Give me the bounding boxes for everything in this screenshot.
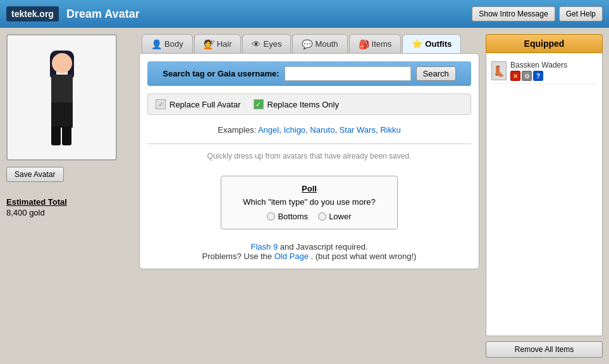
- hair-icon: 💇: [204, 39, 214, 49]
- tab-hair[interactable]: 💇 Hair: [194, 34, 242, 53]
- tab-mouth-label: Mouth: [315, 39, 338, 49]
- poll-option-lower-label: Lower: [329, 212, 351, 221]
- poll-options: Bottoms Lower: [234, 212, 384, 221]
- content-box: Search tag or Gaia username: Search ✓ Re…: [139, 53, 479, 269]
- poll-question: Which "item type" do you use more?: [234, 197, 384, 207]
- poll-box: Poll Which "item type" do you use more? …: [221, 176, 398, 229]
- search-bar: Search tag or Gaia username: Search: [147, 61, 471, 86]
- examples: Examples: Angel, Ichigo, Naruto, Star Wa…: [147, 121, 471, 138]
- example-naruto[interactable]: Naruto: [310, 125, 335, 135]
- header: tektek.org Dream Avatar Show Intro Messa…: [0, 0, 609, 28]
- search-button[interactable]: Search: [416, 66, 456, 81]
- outfits-icon: ⭐: [412, 39, 422, 49]
- footer-text: Flash 9 and Javascript required. Problem…: [147, 242, 471, 261]
- tab-body-label: Body: [164, 39, 183, 49]
- avatar-figure: [37, 47, 87, 148]
- replace-full-avatar-label: Replace Full Avatar: [169, 100, 241, 109]
- main-container: Save Avatar Estimated Total 8,400 gold 👤…: [0, 28, 609, 364]
- items-icon: 🎒: [359, 39, 369, 49]
- estimated-total-value: 8,400 gold: [6, 208, 133, 217]
- old-page-link[interactable]: Old Page: [274, 252, 309, 261]
- tab-bar: 👤 Body 💇 Hair 👁 Eyes 💬 Mouth 🎒 Items ⭐: [139, 34, 479, 53]
- tab-outfits[interactable]: ⭐ Outfits: [402, 34, 461, 53]
- replace-items-only-checkbox[interactable]: ✓: [254, 99, 264, 109]
- avatar-body: [51, 75, 73, 103]
- replace-items-only-option[interactable]: ✓ Replace Items Only: [254, 99, 339, 109]
- avatar-head: [52, 53, 72, 73]
- avatar-legs: [51, 126, 71, 145]
- get-help-button[interactable]: Get Help: [559, 6, 603, 21]
- replace-full-avatar-checkbox[interactable]: ✓: [156, 99, 166, 109]
- poll-option-bottoms[interactable]: Bottoms: [267, 212, 308, 221]
- examples-prefix: Examples:: [218, 125, 256, 135]
- search-input[interactable]: [285, 66, 411, 81]
- equipped-box: 👢 Bassken Waders ✕ ⚙ ?: [486, 53, 603, 336]
- footer-text4: . (but post what went wrong!): [311, 252, 417, 261]
- flash9-link[interactable]: Flash 9: [250, 242, 278, 252]
- tab-items[interactable]: 🎒 Items: [349, 34, 402, 53]
- example-ichigo[interactable]: Ichigo: [283, 125, 305, 135]
- item-name: Bassken Waders: [510, 61, 597, 70]
- header-buttons: Show Intro Message Get Help: [472, 6, 603, 21]
- avatar-pants: [51, 102, 73, 128]
- radio-bottoms[interactable]: [267, 212, 275, 221]
- equipped-item: 👢 Bassken Waders ✕ ⚙ ?: [491, 58, 597, 84]
- eyes-icon: 👁: [252, 39, 261, 49]
- body-icon: 👤: [151, 39, 162, 49]
- estimated-total-label: Estimated Total: [6, 197, 133, 207]
- tab-mouth[interactable]: 💬 Mouth: [292, 34, 347, 53]
- item-details: Bassken Waders ✕ ⚙ ?: [510, 61, 597, 81]
- show-intro-button[interactable]: Show Intro Message: [472, 6, 555, 21]
- footer-text2: and Javascript required.: [280, 242, 368, 252]
- page-title: Dream Avatar: [66, 8, 472, 21]
- remove-all-button[interactable]: Remove All Items: [486, 341, 603, 358]
- center-panel: 👤 Body 💇 Hair 👁 Eyes 💬 Mouth 🎒 Items ⭐: [139, 34, 479, 358]
- poll-option-lower[interactable]: Lower: [318, 212, 351, 221]
- item-icon: 👢: [491, 61, 507, 80]
- item-remove-button[interactable]: ✕: [510, 71, 520, 81]
- divider: [147, 143, 471, 144]
- tab-outfits-label: Outfits: [425, 39, 452, 49]
- example-angel[interactable]: Angel: [258, 125, 279, 135]
- equipped-header: Equipped: [486, 34, 603, 53]
- poll-title: Poll: [234, 184, 384, 193]
- search-label: Search tag or Gaia username:: [163, 69, 279, 78]
- poll-option-bottoms-label: Bottoms: [278, 212, 308, 221]
- options-row: ✓ Replace Full Avatar ✓ Replace Items On…: [147, 94, 471, 115]
- description: Quickly dress up from avatars that have …: [147, 149, 471, 163]
- replace-full-avatar-option[interactable]: ✓ Replace Full Avatar: [156, 99, 241, 109]
- item-actions: ✕ ⚙ ?: [510, 71, 597, 81]
- item-settings-button[interactable]: ⚙: [522, 71, 532, 81]
- footer-text3: Problems? Use the: [202, 252, 274, 261]
- mouth-icon: 💬: [302, 39, 312, 49]
- logo: tektek.org: [6, 6, 59, 21]
- tab-hair-label: Hair: [217, 39, 232, 49]
- tab-items-label: Items: [372, 39, 392, 49]
- left-panel: Save Avatar Estimated Total 8,400 gold: [6, 34, 133, 358]
- save-avatar-button[interactable]: Save Avatar: [6, 167, 64, 182]
- example-star-wars[interactable]: Star Wars: [340, 125, 376, 135]
- avatar-preview: [6, 34, 117, 161]
- item-info-button[interactable]: ?: [533, 71, 543, 81]
- example-rikku[interactable]: Rikku: [380, 125, 401, 135]
- tab-eyes-label: Eyes: [263, 39, 281, 49]
- replace-items-only-label: Replace Items Only: [268, 100, 339, 109]
- avatar-leg-left: [51, 126, 61, 145]
- tab-body[interactable]: 👤 Body: [142, 34, 193, 53]
- right-panel: Equipped 👢 Bassken Waders ✕ ⚙ ? Remove A…: [486, 34, 603, 358]
- radio-lower[interactable]: [318, 212, 326, 221]
- tab-eyes[interactable]: 👁 Eyes: [242, 34, 291, 53]
- avatar-leg-right: [62, 126, 71, 145]
